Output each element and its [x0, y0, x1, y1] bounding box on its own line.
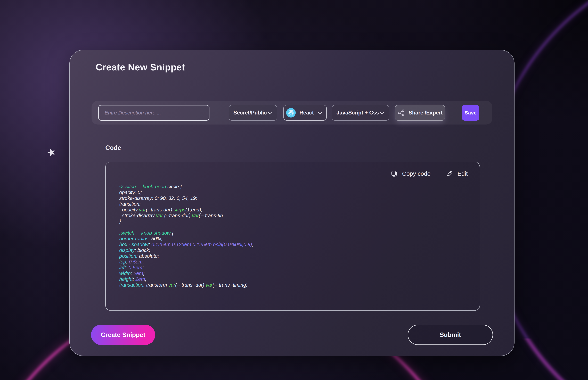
code-line: left: 0.5em;	[119, 265, 469, 270]
code-line: stroke-disarray: 0: 90, 32, 0, 54, 19;	[119, 195, 469, 201]
code-line: display: block;	[119, 247, 469, 253]
code-line: position: absolute;	[119, 253, 469, 259]
code-line: }	[119, 218, 469, 224]
save-button[interactable]: Save	[462, 105, 479, 121]
chevron-down-icon	[379, 111, 384, 114]
visibility-dropdown-label: Secret/Public	[233, 110, 267, 116]
code-line: transaction: transform var(-- trans -dur…	[119, 282, 469, 288]
code-panel: Copy code Edit <switch_ _knob-neon circl…	[105, 162, 480, 311]
submit-button[interactable]: Submit	[408, 325, 493, 345]
code-line	[119, 224, 469, 230]
language-dropdown[interactable]: JavaScript + Css	[332, 105, 389, 121]
code-line: border-radius: 50%;	[119, 236, 469, 242]
share-button[interactable]: Share /Expert	[395, 105, 445, 121]
code-line: opacity var(--trans-dur) steps(1,end),	[119, 207, 469, 213]
code-section-label: Code	[105, 144, 121, 152]
edit-button[interactable]: Edit	[446, 170, 468, 177]
copy-code-button[interactable]: Copy code	[390, 170, 430, 177]
code-line: stroke-disarray var (--trans-dur) var(--…	[119, 213, 469, 218]
code-line: box - shadow: 0.125em 0.125em 0.125em hs…	[119, 242, 469, 247]
toolbar: Secret/Public React	[92, 101, 492, 125]
chevron-down-icon	[318, 111, 322, 114]
code-line: <switch_ _knob-neon circle {	[119, 184, 469, 190]
edit-icon	[446, 170, 453, 177]
code-line: transition:	[119, 201, 469, 207]
code-line: top: 0.5em;	[119, 259, 469, 265]
code-actions: Copy code Edit	[390, 170, 468, 177]
page-background: Create New Snippet Secret/Public	[0, 0, 588, 380]
neon-arc-corner-glow	[517, 339, 588, 380]
code-line: height: 2em;	[119, 276, 469, 282]
framework-dropdown-label: React	[300, 110, 314, 116]
visibility-dropdown[interactable]: Secret/Public	[229, 105, 277, 121]
code-line: width: 2em;	[119, 270, 469, 276]
chevron-down-icon	[267, 111, 272, 114]
react-icon	[286, 108, 296, 117]
snippet-card: Create New Snippet Secret/Public	[69, 50, 514, 356]
description-input[interactable]	[98, 105, 209, 121]
edit-button-label: Edit	[457, 170, 468, 177]
share-button-label: Share /Expert	[409, 110, 443, 116]
code-line: opacity: 0;	[119, 190, 469, 195]
code-line: .switch_ _knob-shadow {	[119, 230, 469, 236]
sparkle-star-icon	[46, 147, 57, 157]
page-title: Create New Snippet	[96, 62, 185, 73]
copy-code-label: Copy code	[402, 170, 430, 177]
code-content: <switch_ _knob-neon circle {opacity: 0;s…	[119, 184, 469, 288]
language-dropdown-label: JavaScript + Css	[337, 110, 379, 116]
share-icon	[398, 109, 405, 116]
create-snippet-button[interactable]: Create Snippet	[91, 325, 155, 345]
copy-icon	[390, 170, 398, 177]
framework-dropdown[interactable]: React	[284, 105, 327, 121]
